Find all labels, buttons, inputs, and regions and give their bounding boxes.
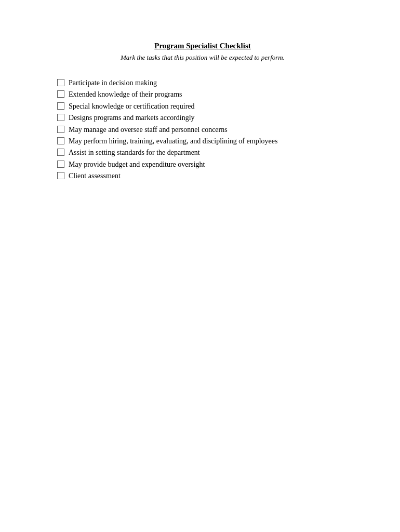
- list-item: Special knowledge or certification requi…: [57, 101, 348, 112]
- page: Program Specialist Checklist Mark the ta…: [0, 0, 400, 532]
- checklist: Participate in decision makingExtended k…: [57, 77, 348, 182]
- item-label: May provide budget and expenditure overs…: [69, 159, 348, 170]
- item-label: May perform hiring, training, evaluating…: [69, 136, 348, 147]
- list-item: Client assessment: [57, 170, 348, 182]
- list-item: Designs programs and markets accordingly: [57, 112, 348, 124]
- checkbox[interactable]: [57, 137, 64, 144]
- list-item: May manage and oversee staff and personn…: [57, 124, 348, 136]
- checkbox[interactable]: [57, 90, 64, 98]
- item-label: Designs programs and markets accordingly: [69, 112, 348, 124]
- checkbox[interactable]: [57, 172, 64, 179]
- checkbox[interactable]: [57, 102, 64, 110]
- list-item: Extended knowledge of their programs: [57, 89, 348, 100]
- item-label: May manage and oversee staff and personn…: [69, 124, 348, 136]
- list-item: Assist in setting standards for the depa…: [57, 147, 348, 158]
- item-label: Client assessment: [69, 170, 348, 182]
- list-item: May provide budget and expenditure overs…: [57, 159, 348, 170]
- checkbox[interactable]: [57, 114, 64, 121]
- checkbox[interactable]: [57, 161, 64, 168]
- checkbox[interactable]: [57, 149, 64, 156]
- checkbox[interactable]: [57, 79, 64, 86]
- checkbox[interactable]: [57, 126, 64, 133]
- page-title: Program Specialist Checklist: [57, 42, 348, 50]
- list-item: May perform hiring, training, evaluating…: [57, 136, 348, 147]
- item-label: Assist in setting standards for the depa…: [69, 147, 348, 158]
- item-label: Participate in decision making: [69, 77, 348, 89]
- item-label: Extended knowledge of their programs: [69, 89, 348, 100]
- list-item: Participate in decision making: [57, 77, 348, 89]
- item-label: Special knowledge or certification requi…: [69, 101, 348, 112]
- page-subtitle: Mark the tasks that this position will b…: [57, 54, 348, 62]
- header: Program Specialist Checklist Mark the ta…: [57, 42, 348, 62]
